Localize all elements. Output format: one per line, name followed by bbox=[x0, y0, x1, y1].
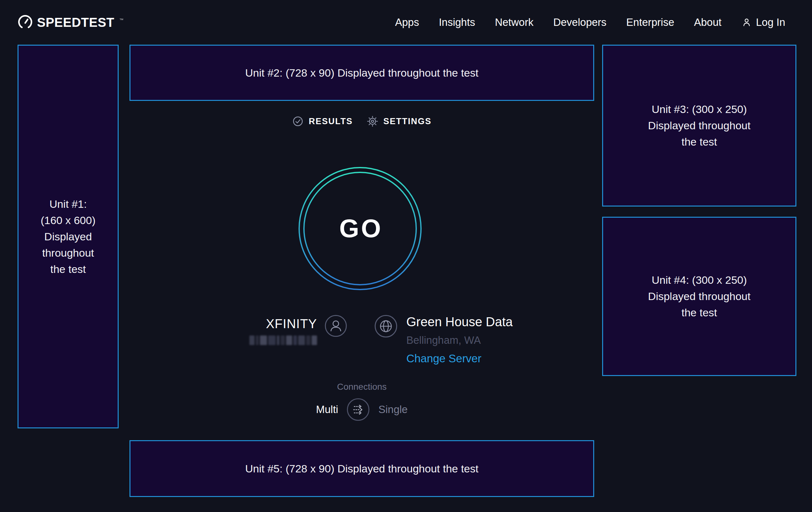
go-button-label: GO bbox=[296, 165, 424, 292]
nav-item-apps[interactable]: Apps bbox=[395, 16, 419, 28]
logo-trademark: ™ bbox=[119, 18, 123, 22]
ad-unit-1-label: Unit #1: (160 x 600) Displayed throughou… bbox=[38, 196, 97, 277]
speedometer-gauge-icon bbox=[18, 15, 32, 30]
nav-item-enterprise[interactable]: Enterprise bbox=[627, 16, 674, 28]
ad-unit-3: Unit #3: (300 x 250) Displayed throughou… bbox=[602, 45, 796, 207]
connections-multi-option[interactable]: Multi bbox=[316, 403, 338, 415]
globe-circle-icon bbox=[374, 314, 398, 339]
nav-item-about[interactable]: About bbox=[694, 16, 721, 28]
login-button[interactable]: Log In bbox=[741, 16, 785, 28]
ad-unit-5: Unit #5: (728 x 90) Displayed throughout… bbox=[129, 440, 594, 497]
person-circle-icon bbox=[324, 314, 348, 338]
change-server-link[interactable]: Change Server bbox=[406, 352, 513, 365]
main-nav: Apps Insights Network Developers Enterpr… bbox=[395, 16, 785, 28]
connections-label: Connections bbox=[129, 382, 594, 392]
ad-unit-2-label: Unit #2: (728 x 90) Displayed throughout… bbox=[245, 65, 478, 81]
isp-name: XFINITY bbox=[250, 317, 317, 331]
ad-unit-2: Unit #2: (728 x 90) Displayed throughout… bbox=[129, 45, 594, 101]
tabs-bar: RESULTS SETTINGS bbox=[129, 115, 594, 127]
tab-settings-label: SETTINGS bbox=[383, 116, 432, 127]
ad-unit-3-label: Unit #3: (300 x 250) Displayed throughou… bbox=[643, 101, 756, 150]
tab-settings[interactable]: SETTINGS bbox=[367, 115, 432, 127]
connections-toggle-row: Multi Single bbox=[129, 397, 594, 422]
user-icon bbox=[741, 17, 752, 28]
nav-item-insights[interactable]: Insights bbox=[439, 16, 475, 28]
isp-text: XFINITY bbox=[250, 317, 317, 345]
nav-item-developers[interactable]: Developers bbox=[553, 16, 607, 28]
ad-unit-4-label: Unit #4: (300 x 250) Displayed throughou… bbox=[643, 272, 756, 321]
logo-text: SPEEDTEST bbox=[37, 15, 114, 30]
connections-toggle[interactable] bbox=[346, 397, 370, 422]
server-text: Green House Data Bellingham, WA Change S… bbox=[406, 315, 513, 365]
redacted-ip bbox=[250, 335, 317, 345]
login-label: Log In bbox=[756, 16, 785, 28]
server-name: Green House Data bbox=[406, 315, 513, 329]
connections-single-option[interactable]: Single bbox=[378, 403, 408, 415]
isp-info: XFINITY bbox=[204, 314, 348, 345]
header: SPEEDTEST ™ Apps Insights Network Develo… bbox=[0, 0, 812, 45]
speedtest-page: SPEEDTEST ™ Apps Insights Network Develo… bbox=[0, 0, 812, 512]
ad-unit-4: Unit #4: (300 x 250) Displayed throughou… bbox=[602, 217, 796, 376]
ad-unit-1: Unit #1: (160 x 600) Displayed throughou… bbox=[18, 45, 119, 428]
nav-item-network[interactable]: Network bbox=[495, 16, 533, 28]
ad-unit-5-label: Unit #5: (728 x 90) Displayed throughout… bbox=[245, 461, 478, 477]
tab-results-label: RESULTS bbox=[309, 116, 353, 127]
server-location: Bellingham, WA bbox=[406, 334, 513, 346]
go-button[interactable]: GO bbox=[296, 165, 424, 292]
tab-results[interactable]: RESULTS bbox=[292, 115, 353, 127]
check-circle-icon bbox=[292, 115, 303, 127]
gear-icon bbox=[367, 115, 378, 127]
server-info: Green House Data Bellingham, WA Change S… bbox=[374, 314, 513, 365]
speedtest-logo[interactable]: SPEEDTEST ™ bbox=[18, 15, 123, 30]
